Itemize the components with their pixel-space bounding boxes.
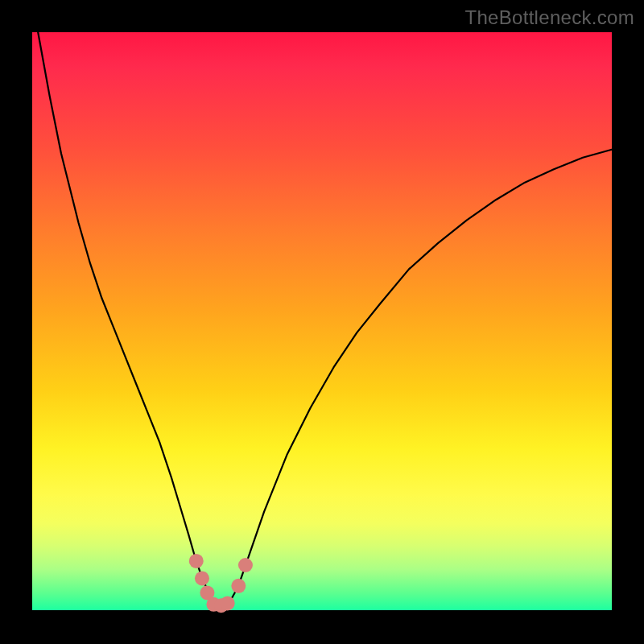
chart-overlay: [32, 32, 612, 610]
curve-markers: [189, 554, 253, 613]
curve-marker: [221, 596, 235, 610]
curve-marker: [238, 558, 253, 572]
watermark-text: TheBottleneck.com: [464, 6, 634, 29]
bottleneck-curve: [38, 32, 612, 607]
curve-marker: [189, 554, 204, 568]
curve-marker: [231, 579, 246, 593]
curve-marker: [195, 572, 209, 586]
chart-container: TheBottleneck.com: [0, 0, 644, 644]
